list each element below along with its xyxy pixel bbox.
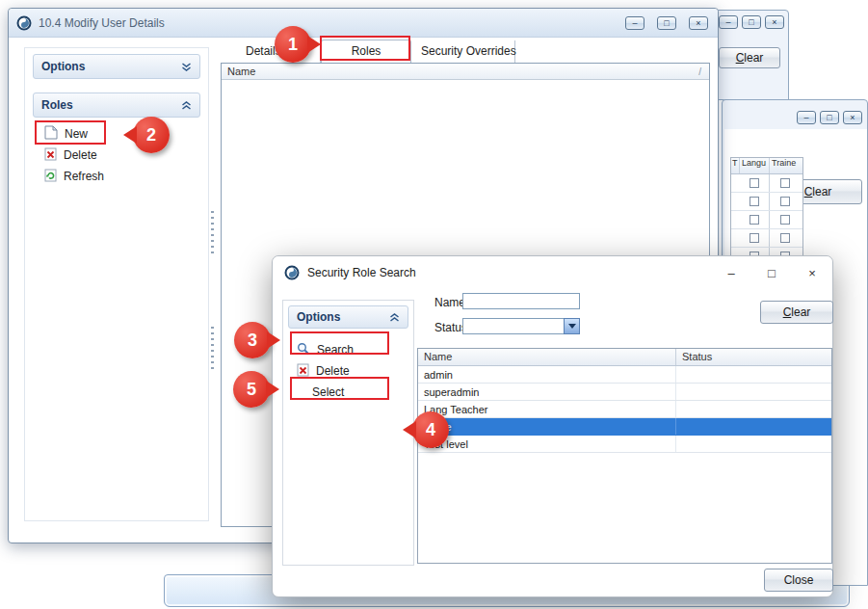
table-row[interactable]: Test level <box>418 436 831 453</box>
results-table: Name Status admin superadmin Lang Teache… <box>417 348 832 564</box>
role-name-cell: Lang Teacher <box>418 401 676 417</box>
checkbox[interactable] <box>780 178 790 188</box>
callout-4: 4 <box>412 411 449 448</box>
column-header-status[interactable]: Status <box>676 349 831 365</box>
delete-x-icon <box>44 147 57 164</box>
close-button[interactable]: × <box>792 256 832 289</box>
table-row[interactable]: superadmin <box>418 384 831 401</box>
delete-role-button[interactable]: Delete <box>25 145 208 166</box>
options-pane-label: Options <box>41 60 85 73</box>
dialog-titlebar[interactable]: Security Role Search – □ × <box>273 256 832 289</box>
grid-row <box>731 211 802 229</box>
options-pane-label: Options <box>297 310 340 324</box>
chevron-double-up-icon[interactable] <box>181 101 192 110</box>
minimize-button[interactable]: – <box>711 256 751 289</box>
status-dropdown[interactable] <box>462 318 580 334</box>
maximize-button[interactable]: □ <box>742 15 761 29</box>
window-title: 10.4 Modify User Details <box>39 16 618 30</box>
maximize-button[interactable]: □ <box>751 256 792 289</box>
minimize-button[interactable]: – <box>719 15 738 29</box>
grid-row <box>731 174 802 193</box>
window-titlebar[interactable]: 10.4 Modify User Details – □ × <box>9 9 718 38</box>
roles-pane-header[interactable]: Roles <box>33 93 200 118</box>
checkbox[interactable] <box>750 233 759 243</box>
close-button[interactable]: × <box>765 15 784 29</box>
refresh-icon <box>44 169 57 185</box>
maximize-button[interactable]: □ <box>657 16 676 30</box>
dialog-title: Security Role Search <box>307 266 416 279</box>
role-status-cell <box>676 384 831 400</box>
options-pane-header[interactable]: Options <box>288 305 408 329</box>
splitter-handle[interactable] <box>211 327 214 369</box>
chevron-double-up-icon[interactable] <box>389 313 400 322</box>
role-status-cell <box>676 418 831 435</box>
roles-pane-label: Roles <box>41 98 73 112</box>
highlight-box-search <box>290 331 389 355</box>
role-name-cell: admin <box>418 366 676 383</box>
sort-indicator-icon: / <box>698 66 701 77</box>
name-column-label: Name <box>227 66 255 77</box>
maximize-button[interactable]: □ <box>820 111 839 124</box>
refresh-label: Refresh <box>64 170 104 183</box>
grid-header: T Langu Traine <box>731 158 802 174</box>
dropdown-arrow-icon[interactable] <box>564 318 580 334</box>
clear-button[interactable]: Clear <box>760 301 833 324</box>
role-status-cell <box>676 366 831 383</box>
role-status-cell <box>676 436 831 452</box>
refresh-button[interactable]: Refresh <box>25 166 208 187</box>
table-row-selected[interactable]: Office <box>418 418 831 436</box>
role-status-cell <box>676 401 831 417</box>
window-titlebar[interactable]: – □ × <box>709 11 788 29</box>
delete-label: Delete <box>64 148 97 162</box>
checkbox[interactable] <box>750 197 759 206</box>
status-dropdown-value <box>462 318 564 334</box>
minimize-button[interactable]: – <box>625 16 644 30</box>
grid-column-langu[interactable]: Langu <box>740 158 770 173</box>
desktop: – □ × Clear – □ × Clear T Langu Traine <box>0 0 868 609</box>
app-icon <box>16 15 32 31</box>
minimize-button[interactable]: – <box>797 111 816 124</box>
tab-security-overrides[interactable]: Security Overrides <box>411 40 515 63</box>
grid-row <box>731 193 802 211</box>
highlight-box-select <box>290 377 389 400</box>
close-button[interactable]: × <box>843 111 862 124</box>
checkbox[interactable] <box>780 197 790 206</box>
chevron-double-down-icon[interactable] <box>181 63 192 71</box>
name-input[interactable] <box>462 293 580 309</box>
name-field-label: Name <box>434 296 465 309</box>
list-header-name[interactable]: Name / <box>222 64 709 80</box>
options-pane-header[interactable]: Options <box>33 54 200 79</box>
checkbox[interactable] <box>780 233 790 243</box>
grid-column-traine[interactable]: Traine <box>770 158 801 173</box>
column-header-name[interactable]: Name <box>418 349 676 365</box>
app-icon <box>284 265 300 280</box>
splitter-handle[interactable] <box>211 211 214 253</box>
task-pane: Options Roles New <box>24 47 209 521</box>
clear-button[interactable]: Clear <box>719 47 780 68</box>
close-button[interactable]: Close <box>764 569 833 592</box>
close-button[interactable]: × <box>689 16 708 30</box>
delete-label: Delete <box>316 364 350 378</box>
grid-column-t[interactable]: T <box>731 158 740 173</box>
role-name-cell: superadmin <box>418 384 676 400</box>
window-titlebar[interactable]: – □ × <box>723 100 867 124</box>
role-name-cell: Test level <box>418 436 676 452</box>
callout-3: 3 <box>234 322 271 358</box>
table-row[interactable]: Lang Teacher <box>418 401 831 418</box>
callout-5: 5 <box>233 371 270 408</box>
callout-2: 2 <box>133 117 170 153</box>
role-name-cell: Office <box>418 418 676 435</box>
checkbox[interactable] <box>780 215 790 225</box>
checkbox[interactable] <box>750 215 759 225</box>
security-role-search-dialog: Security Role Search – □ × Options Searc… <box>272 255 833 597</box>
grid-row <box>731 229 802 248</box>
table-row[interactable]: admin <box>418 366 831 384</box>
checkbox[interactable] <box>750 178 759 188</box>
callout-1: 1 <box>275 26 311 63</box>
highlight-box-roles-tab <box>320 36 410 61</box>
background-window-top-right: – □ × Clear <box>708 10 789 100</box>
table-header: Name Status <box>418 349 831 366</box>
highlight-box-new <box>35 120 106 145</box>
